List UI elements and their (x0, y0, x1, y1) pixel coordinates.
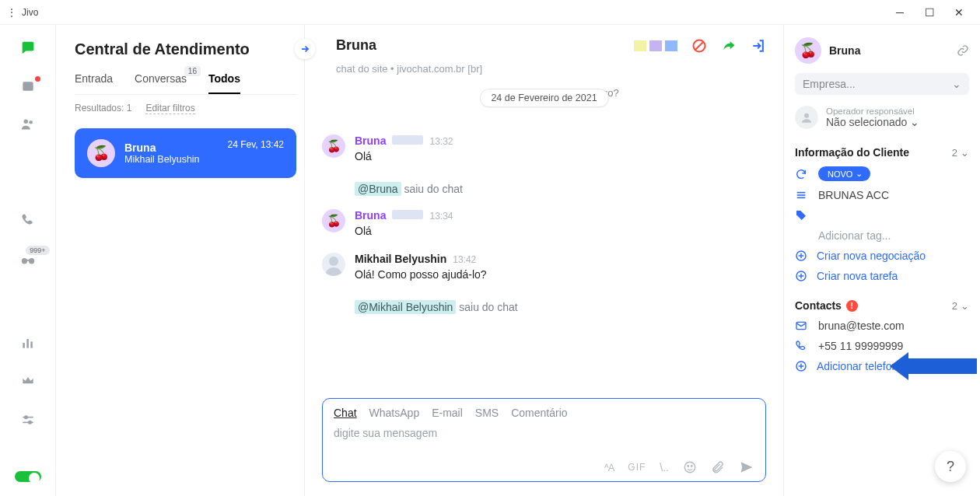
refresh-icon[interactable] (795, 168, 809, 180)
rail-inbox-icon[interactable] (17, 39, 39, 56)
inbox-panel: Central de Atendimento Entrada Conversas… (56, 25, 305, 496)
inbox-title: Central de Atendimento (75, 40, 296, 58)
system-event: @Bruna saiu do chat (322, 178, 766, 209)
quick-reply-icon[interactable]: \.. (660, 461, 669, 473)
message-row: Mikhail Belyushin 13:42 Olá! Como posso … (322, 253, 766, 281)
channel-sms[interactable]: SMS (475, 407, 499, 419)
app-menu-dot: ⋮ (6, 6, 17, 19)
svg-rect-8 (30, 341, 33, 348)
avatar: 🍒 (322, 209, 345, 232)
translate-icon[interactable]: ᴬA (604, 462, 614, 473)
rail-profile-icon[interactable] (17, 78, 39, 94)
plus-circle-icon (795, 270, 809, 282)
svg-point-1 (23, 120, 28, 124)
svg-point-18 (691, 466, 693, 467)
svg-point-15 (329, 257, 338, 266)
message-composer: Chat WhatsApp E-mail SMS Comentário digi… (322, 398, 766, 482)
message-text: Olá (355, 150, 453, 162)
svg-rect-6 (23, 343, 25, 348)
chevron-down-icon[interactable]: ⌄ (961, 147, 969, 159)
plus-circle-icon (795, 360, 809, 372)
edit-filters-link[interactable]: Editar filtros (145, 103, 194, 114)
rail-binoculars-icon[interactable]: 999+ (17, 250, 39, 267)
svg-point-11 (24, 416, 26, 418)
message-text: Olá! Como posso ajudá-lo? (355, 268, 487, 281)
svg-point-17 (688, 466, 689, 467)
system-event: @Mikhail Belyushin saiu do chat (322, 296, 766, 327)
message-input[interactable]: digite sua mensagem (334, 427, 754, 453)
chevron-down-icon: ⌄ (910, 116, 919, 128)
channel-email[interactable]: E-mail (432, 407, 463, 419)
gif-icon[interactable]: GIF (628, 462, 646, 473)
channel-chat[interactable]: Chat (334, 407, 357, 419)
event-action: saiu do chat (404, 183, 463, 195)
svg-point-2 (29, 121, 33, 124)
contact-email[interactable]: bruna@teste.com (818, 320, 905, 332)
conversation-name: Bruna (124, 141, 200, 154)
rail-crown-icon[interactable] (17, 373, 39, 389)
add-tag-link[interactable]: Adicionar tag... (818, 229, 891, 242)
operator-label: Operador responsável (826, 107, 919, 116)
chat-title: Bruna (336, 37, 376, 54)
company-select[interactable]: Empresa... ⌄ (795, 73, 969, 95)
tag-icon (795, 209, 809, 222)
messages-list[interactable]: posso lhe ajudar em algo? 24 de Fevereir… (305, 84, 783, 398)
avatar (322, 253, 345, 276)
tab-conversas[interactable]: Conversas 16 (135, 72, 187, 94)
window-minimize-icon[interactable]: ─ (894, 6, 905, 19)
forward-icon[interactable] (721, 38, 737, 54)
tab-entrada[interactable]: Entrada (75, 72, 113, 94)
send-icon[interactable] (739, 459, 754, 475)
operator-select[interactable]: Não selecionado ⌄ (826, 116, 919, 128)
emoji-icon[interactable] (683, 460, 697, 474)
avatar: 🍒 (322, 134, 345, 158)
chevron-down-icon[interactable]: ⌄ (961, 300, 969, 312)
contact-name: Bruna (829, 44, 860, 57)
email-icon (795, 320, 809, 332)
window-close-icon[interactable]: ✕ (954, 6, 964, 19)
online-toggle[interactable] (15, 471, 41, 482)
help-button[interactable]: ? (935, 451, 966, 482)
window-maximize-icon[interactable]: ☐ (924, 6, 935, 19)
client-info-header: Informação do Cliente (795, 146, 909, 159)
channel-comment[interactable]: Comentário (511, 407, 567, 419)
rail-calls-icon[interactable] (17, 212, 39, 229)
chat-subtitle: chat do site • jivochat.com.br [br] (305, 60, 783, 84)
link-icon[interactable] (957, 44, 969, 57)
svg-line-14 (695, 42, 703, 50)
new-deal-link[interactable]: Criar nova negociação (795, 250, 969, 262)
nav-rail: 999+ (0, 25, 56, 496)
exit-icon[interactable] (751, 38, 766, 54)
event-mention: @Bruna (355, 182, 401, 196)
sender-badge (392, 210, 423, 219)
message-text: Olá (355, 225, 453, 237)
operator-avatar-placeholder-icon (795, 106, 818, 129)
attach-icon[interactable] (711, 460, 725, 474)
channel-whatsapp[interactable]: WhatsApp (369, 407, 420, 419)
new-task-link[interactable]: Criar nova tarefa (795, 270, 969, 282)
tab-conversas-count: 16 (184, 66, 201, 76)
status-pill[interactable]: NOVO ⌄ (818, 166, 870, 181)
rail-team-icon[interactable] (17, 116, 39, 133)
rail-stats-icon[interactable] (17, 335, 39, 351)
message-time: 13:42 (453, 254, 476, 265)
color-swatches (634, 40, 677, 51)
inbox-tabs: Entrada Conversas 16 Todos (75, 72, 296, 95)
contacts-header: Contacts (795, 299, 842, 312)
callout-arrow-icon (885, 351, 978, 382)
list-icon (795, 189, 809, 201)
avatar: 🍒 (87, 139, 115, 167)
date-separator: 24 de Fevereiro de 2021 (479, 89, 608, 107)
tab-todos[interactable]: Todos (208, 72, 240, 94)
conversation-item[interactable]: 🍒 Bruna Mikhail Belyushin 24 Fev, 13:42 (75, 128, 296, 178)
message-sender: Bruna (355, 134, 386, 147)
client-info-count: 2 ⌄ (952, 147, 969, 159)
back-button[interactable] (295, 39, 315, 59)
contacts-count: 2 ⌄ (952, 300, 969, 312)
block-icon[interactable] (691, 38, 707, 54)
rail-settings-icon[interactable] (17, 411, 39, 428)
phone-icon (795, 340, 809, 352)
conversation-time: 24 Fev, 13:42 (228, 139, 285, 150)
app-title: Jivo (22, 7, 38, 18)
details-panel: 🍒 Bruna Empresa... ⌄ Operador responsáve… (784, 25, 980, 496)
